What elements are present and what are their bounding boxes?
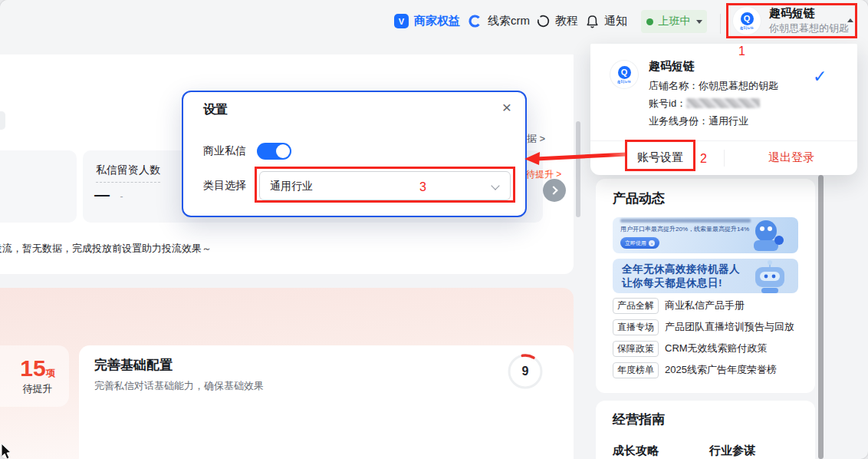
clipped-pill	[0, 111, 5, 130]
logout-button[interactable]: 退出登录	[745, 146, 837, 169]
todo-label: 待提升	[20, 382, 54, 396]
close-icon[interactable]: ×	[502, 98, 511, 117]
nav-leads-crm[interactable]: 线索crm	[468, 14, 530, 28]
role-value: 通用行业	[709, 115, 748, 127]
toggle-label: 商业私信	[203, 144, 246, 158]
list-item[interactable]: 产品全解 商业私信产品手册	[613, 295, 804, 316]
modal-title: 设置	[203, 102, 228, 118]
account-id-label: 账号id：	[649, 97, 686, 109]
annotation-number-2: 2	[700, 152, 707, 166]
improvement-section: 15项 待提升 完善基础配置 完善私信对话基础能力，确保基础效果 9	[0, 288, 574, 459]
nav-merchant-benefits[interactable]: V 商家权益	[394, 14, 460, 28]
banner-robot-stats[interactable]: 用户开口率最高提升20%，线索量最高提升14% 立即使用 ›	[613, 217, 798, 253]
work-status-toggle[interactable]: 上班中	[641, 10, 707, 33]
list-item[interactable]: 直播专场 产品团队直播培训预告与回放	[613, 316, 804, 338]
bell-icon	[586, 15, 599, 28]
flow-hint-text: 投流，暂无数据，完成投放前设置助力投流效果～	[0, 242, 212, 256]
item-tag: 直播专场	[613, 319, 659, 335]
tutorial-icon	[537, 15, 550, 28]
account-name: 趣码短链	[769, 6, 815, 21]
chevron-right-icon	[549, 186, 557, 194]
crm-icon	[468, 14, 482, 28]
qumashort-logo-icon: Q	[741, 12, 754, 25]
role-label: 业务线身份：	[649, 115, 709, 127]
app-window: V 商家权益 线索crm 教程 通知 上班中 Q 趣码短链 趣码短链	[0, 0, 868, 459]
banner1-caption: 用户开口率最高提升20%，线索量最高提升14%	[620, 225, 749, 233]
robot-illustration	[743, 217, 789, 253]
nav-notifications[interactable]: 通知	[586, 14, 627, 28]
business-guide-title: 经营指南	[613, 411, 665, 428]
clipped-text-decoration	[620, 219, 751, 223]
account-subtitle: 你朝思暮想的钥匙	[769, 21, 849, 35]
main-scrollbar-thumb[interactable]	[576, 121, 580, 217]
guide-link-industry[interactable]: 行业参谋	[709, 444, 755, 458]
item-tag: 年度榜单	[613, 362, 659, 378]
shop-name-label: 店铺名称：	[649, 80, 699, 91]
task-desc: 完善私信对话基础能力，确保基础效果	[94, 379, 264, 393]
mouse-cursor	[0, 443, 14, 459]
todo-unit: 项	[46, 368, 55, 378]
button-divider	[724, 150, 725, 167]
todo-count-chip: 15项 待提升	[0, 345, 69, 407]
carousel-next-button[interactable]	[543, 179, 566, 202]
stat-label: 私信留资人数	[96, 163, 160, 183]
chevron-up-icon	[847, 18, 853, 22]
toggle-knob	[276, 144, 290, 158]
task-title: 完善基础配置	[94, 356, 173, 374]
select-label: 类目选择	[203, 179, 246, 193]
nav-tutorial[interactable]: 教程	[537, 14, 578, 28]
task-progress-ring: 9	[505, 352, 545, 391]
category-select-value: 通用行业	[270, 180, 313, 192]
banner-robot-promo[interactable]: 全年无休高效接待机器人 让你每天都是休息日!	[613, 259, 798, 293]
guide-link-growth[interactable]: 成长攻略	[613, 444, 659, 458]
banner1-use-button[interactable]: 立即使用 ›	[620, 237, 659, 249]
banner2-line2: 让你每天都是休息日!	[622, 276, 722, 290]
settings-modal: 设置 × 商业私信 类目选择 通用行业 3	[182, 91, 527, 217]
annotation-number-3: 3	[419, 180, 426, 194]
item-tag: 保障政策	[613, 341, 659, 357]
account-settings-button[interactable]: 账号设置	[626, 146, 694, 169]
business-guide-card: 经营指南 成长攻略 行业参谋	[596, 401, 815, 459]
category-select[interactable]: 通用行业	[259, 171, 511, 200]
arrow-right-icon: ›	[649, 240, 655, 246]
product-news-list: 产品全解 商业私信产品手册 直播专场 产品团队直播培训预告与回放 保障政策 CR…	[613, 295, 804, 381]
chevron-down-icon	[491, 181, 499, 190]
item-tag: 产品全解	[613, 298, 659, 314]
account-chip[interactable]: Q 趣码短链 趣码短链 你朝思暮想的钥匙	[728, 5, 855, 37]
shop-name-value: 你朝思暮想的钥匙	[699, 80, 778, 91]
sidebar-scrollbar-thumb[interactable]	[818, 175, 824, 459]
product-news-title: 产品动态	[613, 190, 665, 207]
logo-caption: 趣码短链	[617, 79, 631, 83]
account-dropdown-menu: Q 趣码短链 趣码短链 店铺名称：你朝思暮想的钥匙 账号id： 业务线身份：通用…	[590, 44, 857, 175]
status-dot-icon	[646, 18, 653, 25]
stat-value: —	[94, 186, 110, 203]
annotation-arrow	[524, 149, 627, 167]
upsell-link[interactable]: 待提升 >	[526, 168, 561, 181]
logo-caption: 趣码短链	[740, 25, 754, 29]
menu-divider	[590, 140, 857, 141]
menu-avatar: Q 趣码短链	[610, 61, 638, 88]
chevron-down-icon	[696, 20, 702, 24]
banner2-line1: 全年无休高效接待机器人	[622, 263, 740, 276]
task-badge: 9	[505, 352, 545, 391]
stat-secondary: -	[120, 191, 123, 202]
topbar-divider	[720, 14, 721, 34]
merchant-benefits-icon: V	[394, 14, 409, 28]
business-dm-toggle[interactable]	[257, 143, 291, 160]
qumashort-logo-icon: Q	[618, 66, 631, 79]
task-card[interactable]: 完善基础配置 完善私信对话基础能力，确保基础效果 9	[79, 345, 574, 459]
account-avatar: Q 趣码短链	[733, 7, 761, 35]
account-id-redacted	[686, 98, 760, 108]
product-news-card: 产品动态 用户开口率最高提升20%，线索量最高提升14% 立即使用 › 全年无休…	[596, 179, 815, 393]
stat-card-left	[0, 150, 77, 223]
annotation-number-1: 1	[738, 45, 745, 58]
list-item[interactable]: 保障政策 CRM无效线索赔付政策	[613, 338, 804, 359]
todo-count: 15	[20, 355, 45, 381]
selected-check-icon: ✓	[813, 67, 827, 87]
list-item[interactable]: 年度榜单 2025线索广告年度荣誉榜	[613, 359, 804, 381]
robot-illustration-2	[746, 260, 794, 293]
menu-account-name: 趣码短链	[649, 59, 695, 74]
